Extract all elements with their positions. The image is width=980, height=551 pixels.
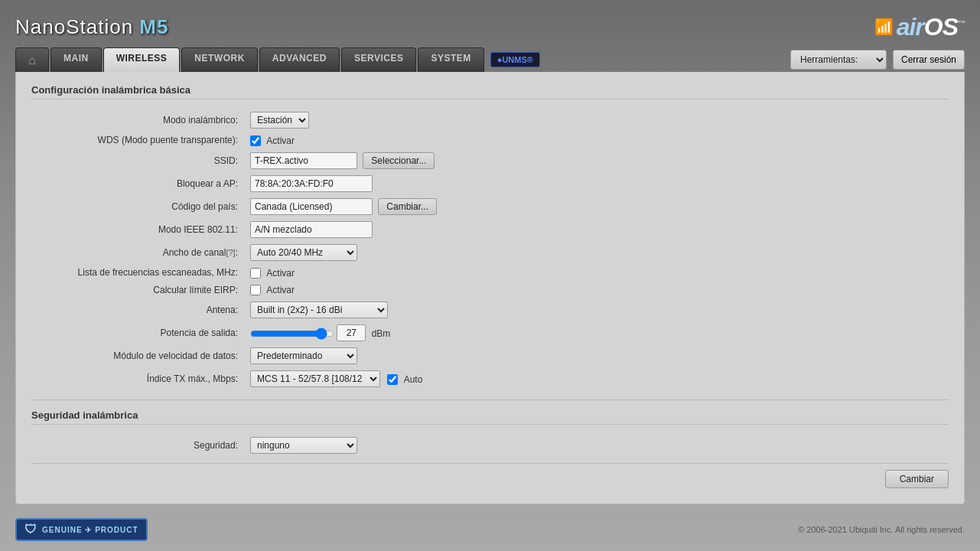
bloquear-label: Bloquear a AP: [31,172,246,195]
save-row: Cambiar [31,463,949,488]
indice-auto-checkbox[interactable] [387,374,398,385]
table-row: Calcular límite EIRP: Activar [31,282,949,299]
table-row: Bloquear a AP: [31,172,949,195]
codigo-input[interactable] [250,198,373,215]
ssid-input[interactable] [250,152,357,169]
os-text: OS [924,13,958,41]
potencia-input[interactable] [337,324,366,341]
genuine-text: GENUINE ✈ PRODUCT [42,526,138,534]
wireless-section-title: Configuración inalámbrica básica [31,84,949,99]
table-row: Ancho de canal[?]: Auto 20/40 MHz [31,241,949,264]
codigo-cambiar-button[interactable]: Cambiar... [378,198,437,215]
antena-select[interactable]: Built in (2x2) - 16 dBi [250,302,388,318]
ieee-input [250,221,373,238]
airos-logo: 📶 airOS™ [874,13,965,41]
modulo-value-cell: Predeterminado [246,344,949,367]
wds-value-cell: Activar [246,132,949,149]
footer-copyright: © 2006-2021 Ubiquiti Inc. All rights res… [798,525,965,534]
bloquear-value-cell [246,172,949,195]
footer: 🛡 GENUINE ✈ PRODUCT © 2006-2021 Ubiquiti… [15,514,965,546]
herramientas-select[interactable]: Herramientas: [790,50,887,70]
indice-label: Índice TX máx., Mbps: [31,367,246,390]
wifi-icon: 📶 [874,18,894,36]
antena-value-cell: Built in (2x2) - 16 dBi [246,298,949,321]
calcular-label: Calcular límite EIRP: [31,282,246,299]
ssid-select-button[interactable]: Seleccionar... [363,152,435,169]
calcular-checkbox[interactable] [250,285,261,295]
bloquear-input[interactable] [250,175,373,192]
wds-label: WDS (Modo puente transparente): [31,132,246,149]
tab-main[interactable]: MAIN [50,47,102,72]
indice-select[interactable]: MCS 11 - 52/57.8 [108/12 [250,370,380,387]
seguridad-value-cell: ninguno WEP WPA WPA2 [246,434,949,457]
ancho-value-cell: Auto 20/40 MHz [246,241,949,264]
modo-select[interactable]: Estación [250,112,309,129]
genuine-line2: PRODUCT [95,526,138,534]
nav-bar: ⌂ MAIN WIRELESS NETWORK ADVANCED SERVICE… [15,47,965,72]
potencia-label: Potencia de salida: [31,321,246,344]
codigo-value-cell: Cambiar... [246,195,949,218]
home-icon: ⌂ [28,54,36,67]
brand-title: NanoStation M5 [15,15,168,38]
genuine-badge: 🛡 GENUINE ✈ PRODUCT [15,518,148,541]
calcular-activar-label: Activar [266,285,295,295]
security-table: Seguridad: ninguno WEP WPA WPA2 [31,434,949,457]
air-text: air [897,13,924,41]
table-row: Seguridad: ninguno WEP WPA WPA2 [31,434,949,457]
ancho-label: Ancho de canal[?]: [31,241,246,264]
main-content: Configuración inalámbrica básica Modo in… [15,72,965,504]
lista-activar-label: Activar [266,268,295,279]
calcular-value-cell: Activar [246,282,949,299]
tab-wireless[interactable]: WIRELESS [103,47,181,72]
tab-services[interactable]: SERVICES [341,47,416,72]
header: NanoStation M5 📶 airOS™ [0,0,980,47]
table-row: WDS (Modo puente transparente): Activar [31,132,949,149]
codigo-label: Código del país: [31,195,246,218]
wds-checkbox[interactable] [250,135,261,146]
ieee-label: Modo IEEE 802.11: [31,218,246,241]
table-row: Potencia de salida: dBm [31,321,949,344]
brand-model: M5 [139,15,168,38]
seguridad-label: Seguridad: [31,434,246,457]
tab-advanced[interactable]: ADVANCED [259,47,340,72]
table-row: Código del país: Cambiar... [31,195,949,218]
ancho-label-text: Ancho de canal [163,247,226,258]
cerrar-sesion-button[interactable]: Cerrar sesión [893,50,965,70]
table-row: Módulo de velocidad de datos: Predetermi… [31,344,949,367]
potencia-slider[interactable] [250,328,334,339]
lista-value-cell: Activar [246,264,949,282]
ssid-label: SSID: [31,149,246,172]
lista-checkbox[interactable] [250,268,261,279]
section-divider [31,399,949,400]
seguridad-select[interactable]: ninguno WEP WPA WPA2 [250,437,357,454]
table-row: Modo IEEE 802.11: [31,218,949,241]
indice-auto-label: Auto [404,374,423,385]
genuine-line1: GENUINE [42,526,83,534]
tm-text: ™ [958,19,965,28]
ancho-help-link[interactable]: [?] [226,248,235,257]
modulo-label: Módulo de velocidad de datos: [31,344,246,367]
potencia-unit: dBm [372,328,391,339]
unms-badge[interactable]: ●UNMS® [490,52,540,67]
indice-value-cell: MCS 11 - 52/57.8 [108/12 Auto [246,367,949,390]
table-row: SSID: Seleccionar... [31,149,949,172]
ssid-value-cell: Seleccionar... [246,149,949,172]
wds-activar-label: Activar [266,135,295,146]
antena-label: Antena: [31,298,246,321]
ancho-select[interactable]: Auto 20/40 MHz [250,244,357,261]
nav-right: Herramientas: Cerrar sesión [790,50,965,70]
ieee-value-cell [246,218,949,241]
airos-text: airOS™ [897,13,965,41]
lista-label: Lista de frecuencias escaneadas, MHz: [31,264,246,282]
tab-network[interactable]: NETWORK [181,47,258,72]
wireless-config-table: Modo inalámbrico: Estación WDS (Modo pue… [31,109,949,390]
table-row: Modo inalámbrico: Estación [31,109,949,132]
modulo-select[interactable]: Predeterminado [250,347,357,364]
security-section-title: Seguridad inalámbrica [31,409,949,425]
home-tab[interactable]: ⌂ [15,47,49,72]
table-row: Índice TX máx., Mbps: MCS 11 - 52/57.8 [… [31,367,949,390]
save-button[interactable]: Cambiar [885,470,949,488]
tab-system[interactable]: SYSTEM [418,47,483,72]
modo-value-cell: Estación [246,109,949,132]
modo-label: Modo inalámbrico: [31,109,246,132]
